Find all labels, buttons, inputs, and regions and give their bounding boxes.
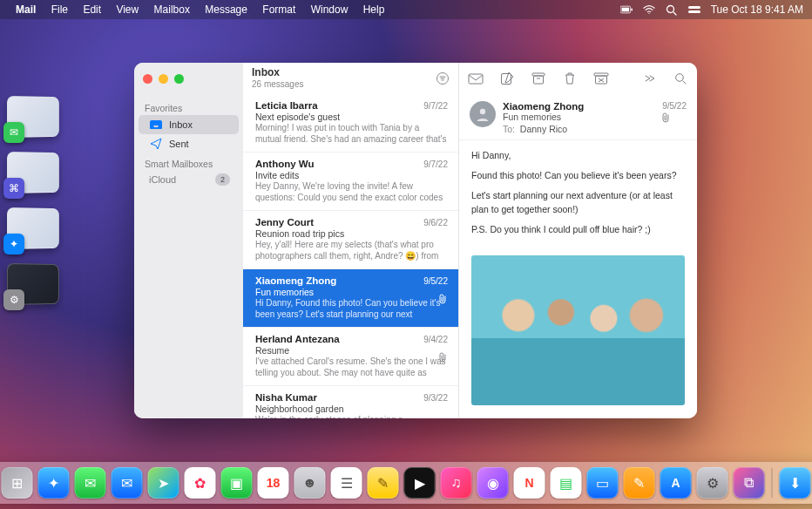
dock-news[interactable]: N <box>514 467 545 499</box>
dock-messages[interactable]: ✉︎ <box>75 467 106 499</box>
dock-mail[interactable]: ✉︎ <box>112 467 143 499</box>
menu-help[interactable]: Help <box>363 3 385 16</box>
dock-settings[interactable]: ⚙︎ <box>697 467 728 499</box>
message-row[interactable]: Herland Antezana9/4/22ResumeI've attache… <box>243 328 458 386</box>
reply-button[interactable] <box>468 71 484 86</box>
message-row[interactable]: Anthony Wu9/7/22Invite editsHey Danny, W… <box>243 153 458 211</box>
menu-edit[interactable]: Edit <box>83 3 101 16</box>
dock-separator <box>772 468 773 498</box>
menu-message[interactable]: Message <box>205 3 247 16</box>
pane-to: To: Danny Rico <box>503 124 655 134</box>
msg-preview: Hey Danny, We're loving the invite! A fe… <box>255 181 448 204</box>
stage-manager: ✉︎⌘✦⚙︎ <box>7 96 75 305</box>
search-button[interactable] <box>673 71 688 86</box>
archive-button[interactable] <box>531 71 546 86</box>
app-menus: Mail File Edit View Mailbox Message Form… <box>16 3 396 16</box>
dock-contacts[interactable]: ☻ <box>294 467 326 499</box>
junk-button[interactable] <box>593 71 609 86</box>
compose-button[interactable] <box>499 71 515 86</box>
more-button[interactable] <box>641 71 657 86</box>
msg-date: 9/5/22 <box>423 276 448 286</box>
dock-tv[interactable]: ▶︎ <box>404 467 436 499</box>
menu-mailbox[interactable]: Mailbox <box>154 3 190 16</box>
message-list-scroll[interactable]: Leticia Ibarra9/7/22Next episode's guest… <box>243 94 458 418</box>
sidebar-badge: 2 <box>215 173 230 186</box>
wifi-icon[interactable] <box>643 3 655 16</box>
stage-thumb[interactable]: ⚙︎ <box>7 263 75 305</box>
filter-button[interactable] <box>436 71 450 85</box>
menu-clock[interactable]: Tue Oct 18 9:41 AM <box>711 3 803 16</box>
msg-preview: Morning! I was put in touch with Tania b… <box>255 123 448 146</box>
stage-app-icon: ✉︎ <box>3 122 24 143</box>
pane-subject: Fun memories <box>503 112 655 122</box>
menu-format[interactable]: Format <box>262 3 295 16</box>
menu-view[interactable]: View <box>116 3 139 16</box>
msg-from: Jenny Court <box>255 217 314 227</box>
pane-date: 9/5/22 <box>662 101 687 111</box>
message-body[interactable]: Hi Danny, Found this photo! Can you beli… <box>459 140 697 252</box>
dock-pages[interactable]: ✎ <box>624 467 655 499</box>
svg-rect-2 <box>631 8 633 10</box>
sidebar: FavoritesInboxSentSmart MailboxesiCloud2 <box>134 94 243 418</box>
dock-reminders[interactable]: ☰ <box>331 467 362 499</box>
sidebar-section-header[interactable]: Smart Mailboxes <box>134 153 243 171</box>
spotlight-icon[interactable] <box>666 3 678 16</box>
minimize-button[interactable] <box>159 74 168 84</box>
stage-app-icon: ⚙︎ <box>3 289 24 310</box>
dock-launchpad[interactable]: ⊞ <box>2 467 33 499</box>
pane-from: Xiaomeng Zhong <box>503 101 655 112</box>
menu-window[interactable]: Window <box>311 3 348 16</box>
message-list: Leticia Ibarra9/7/22Next episode's guest… <box>243 94 459 418</box>
message-row[interactable]: Nisha Kumar9/3/22Neighborhood gardenWe'r… <box>243 386 458 418</box>
dock-notes[interactable]: ✎ <box>368 467 399 499</box>
stage-thumb[interactable]: ⌘ <box>7 152 75 193</box>
svg-rect-11 <box>534 76 544 84</box>
zoom-button[interactable] <box>174 74 184 84</box>
msg-from: Nisha Kumar <box>255 392 317 403</box>
svg-rect-1 <box>621 8 629 12</box>
msg-subject: Resume <box>255 345 448 356</box>
dock-safari[interactable]: ✦ <box>38 467 70 499</box>
msg-from: Xiaomeng Zhong <box>255 275 336 286</box>
svg-rect-8 <box>469 74 483 84</box>
trash-button[interactable] <box>562 71 578 86</box>
sidebar-item-inbox[interactable]: Inbox <box>139 115 239 134</box>
sidebar-section-header[interactable]: Favorites <box>134 98 243 115</box>
message-attachment-image[interactable] <box>471 255 685 405</box>
dock-keynote[interactable]: ▭ <box>587 467 619 499</box>
dock-music[interactable]: ♫ <box>441 467 472 499</box>
sidebar-section-header[interactable]: iCloud2 <box>139 171 239 188</box>
dock-photos[interactable]: ✿ <box>185 467 216 499</box>
message-row[interactable]: Leticia Ibarra9/7/22Next episode's guest… <box>243 94 458 153</box>
dock-numbers[interactable]: ▤ <box>551 467 582 499</box>
msg-date: 9/3/22 <box>423 393 448 403</box>
msg-from: Leticia Ibarra <box>255 100 318 111</box>
msg-preview: Hey, y'all! Here are my selects (that's … <box>255 240 448 262</box>
message-row[interactable]: Jenny Court9/6/22Reunion road trip picsH… <box>243 211 458 269</box>
msg-subject: Invite edits <box>255 170 448 180</box>
dock-appstore[interactable]: A <box>660 467 692 499</box>
battery-icon[interactable] <box>620 3 633 16</box>
dock-maps[interactable]: ➤ <box>148 467 179 499</box>
svg-line-16 <box>683 81 686 84</box>
attachment-icon <box>439 352 448 363</box>
close-button[interactable] <box>143 74 152 84</box>
tray-icon <box>149 118 163 132</box>
message-row[interactable]: Xiaomeng Zhong9/5/22Fun memoriesHi Danny… <box>243 269 458 328</box>
sidebar-item-sent[interactable]: Sent <box>139 134 239 153</box>
menu-file[interactable]: File <box>51 3 68 16</box>
dock-downloads[interactable]: ⬇︎ <box>780 467 811 499</box>
dock-calendar[interactable]: 18 <box>258 467 289 499</box>
msg-preview: I've attached Carol's resume. She's the … <box>255 356 448 379</box>
dock-shortcuts[interactable]: ⧉ <box>734 467 765 499</box>
stage-thumb[interactable]: ✦ <box>7 207 75 249</box>
toolbar <box>459 63 697 94</box>
stage-app-icon: ✦ <box>3 234 24 254</box>
stage-thumb[interactable]: ✉︎ <box>7 96 75 138</box>
menu-app[interactable]: Mail <box>16 3 36 16</box>
dock-podcasts[interactable]: ◉ <box>477 467 509 499</box>
control-center-icon[interactable] <box>688 3 700 16</box>
attachment-icon <box>662 112 687 123</box>
msg-date: 9/7/22 <box>423 159 448 169</box>
dock-facetime[interactable]: ▣ <box>221 467 253 499</box>
